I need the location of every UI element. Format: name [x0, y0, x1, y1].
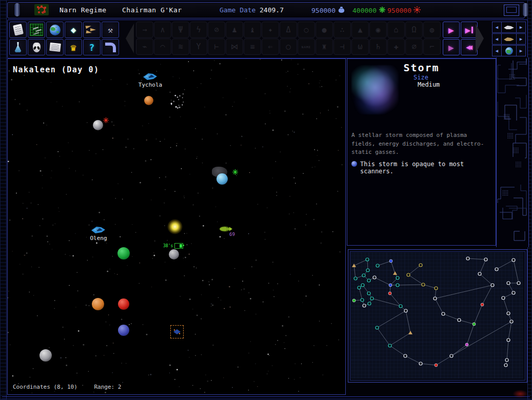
minimap-system-node[interactable]: [367, 292, 370, 295]
ship-selected[interactable]: [170, 325, 184, 338]
minimap-system-node[interactable]: [435, 364, 438, 367]
resources-button[interactable]: ◆: [65, 22, 82, 38]
minimap-system-node[interactable]: [450, 354, 453, 357]
toolbar-button-disabled: →: [136, 22, 153, 38]
toolbar-scroll-left[interactable]: [126, 24, 134, 53]
minimap-system-node[interactable]: [361, 298, 364, 302]
toolbar-scroll-right[interactable]: [476, 24, 484, 53]
minimap-system-node[interactable]: [422, 283, 425, 286]
play-alt-button[interactable]: ▶: [443, 39, 460, 55]
minimap-system-node[interactable]: [388, 292, 391, 295]
minimap-system-node[interactable]: [396, 284, 399, 287]
races-button[interactable]: [28, 39, 45, 55]
minimap-system-node[interactable]: [404, 309, 407, 312]
cycle-fleet-b-next-button[interactable]: ▶: [516, 33, 526, 45]
minimap-system-node[interactable]: [376, 326, 379, 329]
minimap-system-node[interactable]: [376, 264, 379, 267]
minimap-system-node[interactable]: [458, 318, 461, 322]
minimap-system-node[interactable]: [419, 362, 422, 365]
cycle-fleet-a-next-button[interactable]: ▶: [516, 22, 526, 33]
planet-gray-2[interactable]: [169, 249, 179, 259]
toolbar-button-disabled: ⊘: [208, 22, 225, 38]
cycle-fleet-a-prev-button[interactable]: ◀: [492, 22, 502, 33]
ship-tychola[interactable]: Tychola: [143, 72, 158, 83]
minimap-system-node[interactable]: [481, 303, 484, 306]
minimap-system-node[interactable]: [361, 284, 364, 287]
minimap-system-node[interactable]: [396, 276, 399, 279]
minimap-system-node[interactable]: [388, 344, 391, 347]
cycle-planet-prev-button[interactable]: ◀: [492, 45, 502, 56]
news-button[interactable]: [46, 39, 64, 55]
planet-green[interactable]: [117, 247, 130, 259]
minimap-system-node[interactable]: [491, 284, 494, 287]
minimap-system-node[interactable]: [505, 358, 508, 362]
reports-button[interactable]: [9, 22, 27, 38]
minimap-system-node[interactable]: [517, 282, 520, 285]
planet-purple[interactable]: [118, 325, 129, 336]
minimap-system-node[interactable]: [354, 277, 357, 280]
play-button[interactable]: ▶: [443, 22, 460, 38]
minimap-system-node[interactable]: [407, 273, 410, 276]
planet-orange-2[interactable]: [92, 298, 104, 310]
minimap-system-node[interactable]: [368, 302, 371, 305]
minimap-system-node[interactable]: [389, 259, 392, 263]
cycle-planet-next-button[interactable]: ▶: [516, 45, 526, 56]
planet-red[interactable]: [118, 298, 129, 310]
fleet-badge[interactable]: 38's: [163, 243, 183, 249]
toolbar-button-disabled: ⊣: [333, 38, 351, 55]
minimap-system-node[interactable]: [366, 269, 369, 272]
minimap-system-node[interactable]: [507, 338, 510, 342]
minimap-system-node[interactable]: [419, 264, 422, 267]
minimap-system-node[interactable]: [404, 354, 407, 357]
minimap-system-node[interactable]: [512, 258, 515, 262]
minimap-system-node[interactable]: [389, 284, 392, 287]
planet-gray-3[interactable]: [40, 349, 52, 362]
minimap-system-node[interactable]: [512, 291, 515, 294]
minimap-system-node[interactable]: [434, 297, 437, 300]
diplomacy-button[interactable]: [102, 39, 119, 55]
planets-button[interactable]: [46, 22, 64, 38]
minimap-system-node[interactable]: [507, 312, 510, 315]
star-yellow[interactable]: [167, 219, 183, 234]
minimap-system-node[interactable]: [352, 299, 356, 302]
minimap-system-node[interactable]: [370, 297, 373, 300]
minimap-system-node[interactable]: [399, 305, 402, 308]
minimap-system-node[interactable]: [504, 364, 507, 367]
minimap-system-node[interactable]: [366, 258, 369, 261]
ships-button[interactable]: [83, 22, 101, 38]
minimap-system-node[interactable]: [435, 287, 438, 290]
toolbar-button-disabled: ⌐: [423, 38, 441, 55]
minimap-system-node[interactable]: [502, 296, 505, 299]
ship-oleng[interactable]: Oleng: [91, 226, 106, 236]
minimap-system-node[interactable]: [362, 274, 365, 277]
minimap-system-node[interactable]: [442, 312, 445, 315]
fleets-button[interactable]: [28, 22, 45, 38]
planet-cyan[interactable]: [216, 173, 228, 185]
help-button[interactable]: ?: [83, 39, 101, 55]
minimap-system-node[interactable]: [495, 268, 498, 271]
research-button[interactable]: [9, 39, 27, 55]
minimap-system-node[interactable]: [367, 279, 370, 282]
planet-orange-1[interactable]: [144, 96, 153, 105]
window-button[interactable]: [504, 5, 519, 16]
minimap-system-node[interactable]: [465, 343, 468, 346]
cycle-fleet-b-prev-button[interactable]: ◀: [492, 33, 502, 45]
minimap-system-node[interactable]: [363, 304, 366, 307]
toolbar-button-disabled: Ψ: [172, 22, 189, 38]
fleet-count: 69: [229, 232, 235, 237]
minimap-system-node[interactable]: [507, 282, 510, 285]
minimap-system-node[interactable]: [373, 276, 376, 279]
empire-button[interactable]: ♛: [65, 39, 82, 55]
minimap-system-node[interactable]: [358, 286, 361, 289]
minimap-system-node[interactable]: [484, 258, 487, 261]
system-map[interactable]: Nakaleen (Day 0) TycholaOleng6938's Coor…: [7, 58, 346, 395]
minimap-system-node[interactable]: [478, 272, 481, 275]
fleet-grid-icon: [30, 24, 43, 36]
construction-button[interactable]: ⚒: [102, 22, 119, 38]
corner-glow: [513, 390, 528, 398]
minimap-system-node[interactable]: [466, 257, 469, 260]
minimap-system-node[interactable]: [472, 323, 476, 326]
moon-gray[interactable]: [93, 120, 103, 130]
minimap-system-node[interactable]: [510, 320, 513, 323]
galaxy-minimap[interactable]: [348, 249, 527, 383]
